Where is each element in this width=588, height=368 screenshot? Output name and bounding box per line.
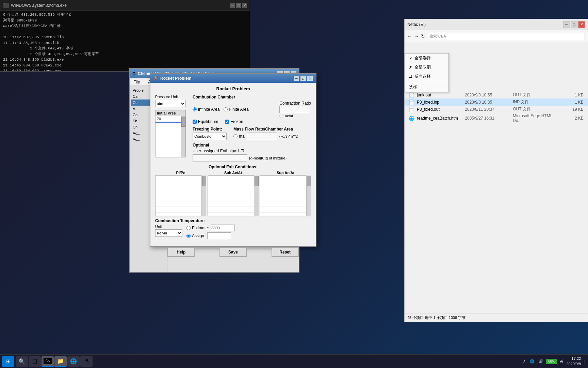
mass-radio[interactable] xyxy=(233,134,238,138)
select-label: 选择 xyxy=(409,85,417,90)
rocket-maximize[interactable]: □ xyxy=(300,76,306,81)
pipe-row-4[interactable] xyxy=(156,194,206,200)
sub-row-4[interactable] xyxy=(208,194,258,200)
sub-row-3[interactable] xyxy=(208,188,258,194)
rocket-close[interactable]: ✕ xyxy=(307,76,313,81)
forward-btn[interactable]: → xyxy=(414,33,419,39)
pipe-scrollbar[interactable] xyxy=(201,175,206,216)
invert-select-btn[interactable]: ⇄ 反向选择 xyxy=(405,72,448,81)
assign-label[interactable]: Assign: xyxy=(186,233,205,238)
sup-row-3[interactable] xyxy=(260,188,311,194)
language-indicator[interactable]: 英 xyxy=(558,358,565,365)
equilibrium-checkbox[interactable] xyxy=(193,120,197,124)
pipe-scroll-thumb[interactable] xyxy=(202,176,206,186)
estimate-input[interactable] xyxy=(211,225,235,231)
sup-row-1[interactable] xyxy=(260,176,311,182)
file-item-readme[interactable]: 🌐 readme_ceaBatch.htm 2005/9/27 16:31 Mi… xyxy=(405,113,588,124)
tray-sound[interactable]: 🔊 xyxy=(537,358,545,364)
mass-radio-option[interactable]: ma xyxy=(233,134,245,139)
start-button[interactable]: ⊞ xyxy=(2,356,14,367)
edge-icon: 🌐 xyxy=(70,358,77,365)
ct-unit-select[interactable]: Kelvin Celsius Fahrenheit xyxy=(155,229,182,237)
save-button[interactable]: Save xyxy=(219,247,247,257)
sub-scroll-thumb[interactable] xyxy=(255,176,259,186)
pipe-row-1[interactable] xyxy=(156,176,206,182)
pipe-row-2[interactable] xyxy=(156,182,206,188)
cc-area-row: Infinite Area Finite Area Contraction Ra… xyxy=(193,101,311,118)
pipe-row-6[interactable] xyxy=(156,206,206,213)
frozen-label: Frozen xyxy=(230,119,243,124)
reset-button[interactable]: Reset xyxy=(272,247,299,257)
deselect-all-btn[interactable]: ✗ 全部取消 xyxy=(405,63,448,72)
estimate-radio[interactable] xyxy=(186,226,191,230)
frozen-option[interactable]: Frozen xyxy=(225,119,243,124)
freeze-select[interactable]: Combustor Nozzle xyxy=(193,133,227,140)
file-size: 1 KB xyxy=(561,93,584,97)
taskbar-cmd[interactable]: C:\ xyxy=(42,356,54,367)
pipe-row-3[interactable] xyxy=(156,188,206,194)
assign-radio[interactable] xyxy=(186,234,191,238)
refresh-btn[interactable]: ↻ xyxy=(421,33,425,39)
sub-row-2[interactable] xyxy=(208,182,258,188)
pipe-row-5[interactable] xyxy=(156,200,206,206)
infinite-area-option[interactable]: Infinite Area xyxy=(193,107,219,112)
taskview-icon: ❑ xyxy=(32,358,37,365)
cr-input[interactable] xyxy=(279,106,310,113)
sub-scrollbar[interactable] xyxy=(254,175,259,216)
sup-scroll-thumb[interactable] xyxy=(307,176,311,186)
system-clock[interactable]: 17:22 2020/9/8 xyxy=(566,356,581,367)
sub-row-5[interactable] xyxy=(208,200,258,206)
finite-area-radio[interactable] xyxy=(224,107,228,111)
select-btn[interactable]: 选择 xyxy=(405,83,448,92)
estimate-label[interactable]: Estimate: xyxy=(186,226,209,230)
cmd-maximize[interactable]: □ xyxy=(236,3,241,8)
cmd-controls: ─ □ ✕ xyxy=(230,3,247,8)
sup-scrollbar[interactable] xyxy=(306,175,311,216)
rocket-minimize[interactable]: ─ xyxy=(293,76,299,81)
tray-up-arrow[interactable]: ∧ xyxy=(522,358,527,364)
mass-row: ma (kg/s)/m**2 xyxy=(233,133,298,140)
taskbar-edge[interactable]: 🌐 xyxy=(67,356,80,367)
taskbar-taskview[interactable]: ❑ xyxy=(29,356,41,367)
cmd-close[interactable]: ✕ xyxy=(242,3,247,8)
back-btn[interactable]: ← xyxy=(407,33,412,39)
assign-input[interactable] xyxy=(207,232,231,239)
cmd-minimize[interactable]: ─ xyxy=(230,3,235,8)
explorer-close[interactable]: ✕ xyxy=(578,21,585,28)
ct-unit-group: Unit Kelvin Celsius Fahrenheit xyxy=(155,225,182,237)
sup-row-6[interactable] xyxy=(260,206,311,213)
finite-area-option[interactable]: Finite Area xyxy=(224,107,248,112)
taskbar-cea[interactable]: ⚗ xyxy=(80,356,93,367)
sup-row-4[interactable] xyxy=(260,194,311,200)
help-button[interactable]: Help xyxy=(167,247,195,257)
equilibrium-option[interactable]: Equilibrium xyxy=(193,119,218,124)
sup-row-2[interactable] xyxy=(260,182,311,188)
infinite-area-radio[interactable] xyxy=(193,107,197,111)
show-desktop[interactable]: | xyxy=(582,359,586,364)
optional-label: Optional xyxy=(193,143,311,148)
explorer-maximize[interactable]: □ xyxy=(571,21,577,28)
search-input[interactable] xyxy=(427,32,585,40)
file-item-junkout[interactable]: 📄 junk.out 2020/9/8 10:55 OUT 文件 1 KB xyxy=(405,91,588,98)
ac-at-radio[interactable] xyxy=(279,114,283,118)
mass-input[interactable] xyxy=(247,133,277,140)
sup-row-5[interactable] xyxy=(260,200,311,206)
frozen-checkbox[interactable] xyxy=(225,120,229,124)
explorer-minimize[interactable]: ─ xyxy=(563,21,570,28)
sub-row-1[interactable] xyxy=(208,176,258,182)
ac-at-option[interactable]: ac/at xyxy=(279,114,311,118)
tray-network[interactable]: 🌐 xyxy=(528,358,536,364)
file-list: 📄 junk.out 2020/9/8 10:55 OUT 文件 1 KB 📄 … xyxy=(405,90,588,125)
scrollbar-thumb[interactable] xyxy=(181,117,185,127)
pressure-unit-select[interactable]: atm bar psi xyxy=(155,100,186,107)
enthalpy-input[interactable] xyxy=(193,154,247,162)
file-item-p3fixed-inp[interactable]: 📄 P3_fixed.inp 2020/9/8 10:35 INP 文件 1 K… xyxy=(405,98,588,106)
freeze-label: Freezing Point: xyxy=(193,127,227,132)
file-item-p3fixed-out[interactable]: 📄 P3_fixed.out 2020/8/11 20:37 OUT 文件 19… xyxy=(405,106,588,113)
initial-pres-scrollbar[interactable] xyxy=(181,116,185,157)
taskbar-search[interactable]: 🔍 xyxy=(16,356,28,367)
sub-row-6[interactable] xyxy=(208,206,258,213)
file-menu[interactable]: File xyxy=(131,79,142,85)
select-all-btn[interactable]: ✓ 全部选择 xyxy=(405,53,448,63)
taskbar-explorer[interactable]: 📁 xyxy=(54,356,67,367)
